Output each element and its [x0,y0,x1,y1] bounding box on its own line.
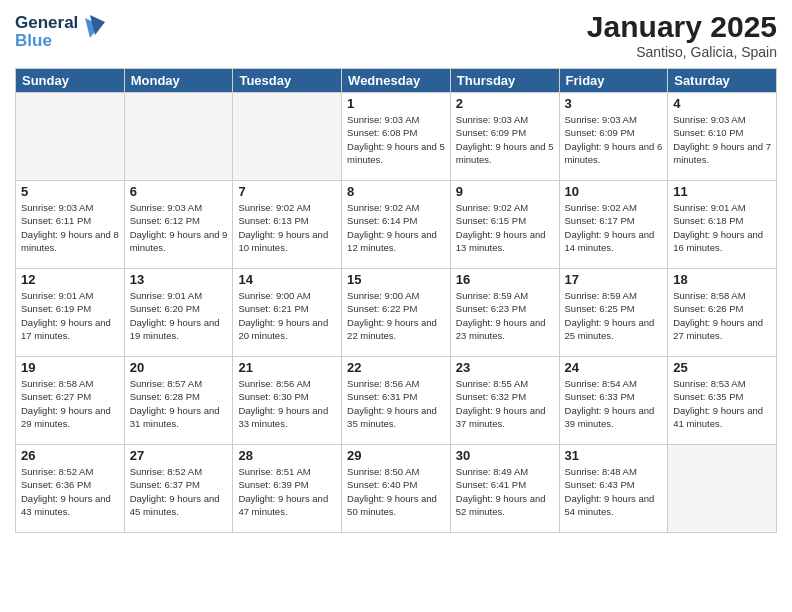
calendar-cell-w3-d4: 15Sunrise: 9:00 AM Sunset: 6:22 PM Dayli… [342,269,451,357]
day-info-14: Sunrise: 9:00 AM Sunset: 6:21 PM Dayligh… [238,289,336,342]
day-number-22: 22 [347,360,445,375]
calendar-cell-w3-d6: 17Sunrise: 8:59 AM Sunset: 6:25 PM Dayli… [559,269,668,357]
day-number-24: 24 [565,360,663,375]
day-number-20: 20 [130,360,228,375]
calendar-cell-w5-d5: 30Sunrise: 8:49 AM Sunset: 6:41 PM Dayli… [450,445,559,533]
calendar-cell-w4-d4: 22Sunrise: 8:56 AM Sunset: 6:31 PM Dayli… [342,357,451,445]
calendar-cell-w5-d6: 31Sunrise: 8:48 AM Sunset: 6:43 PM Dayli… [559,445,668,533]
day-number-3: 3 [565,96,663,111]
day-info-11: Sunrise: 9:01 AM Sunset: 6:18 PM Dayligh… [673,201,771,254]
calendar-cell-w2-d6: 10Sunrise: 9:02 AM Sunset: 6:17 PM Dayli… [559,181,668,269]
day-number-15: 15 [347,272,445,287]
day-info-28: Sunrise: 8:51 AM Sunset: 6:39 PM Dayligh… [238,465,336,518]
calendar-cell-w3-d1: 12Sunrise: 9:01 AM Sunset: 6:19 PM Dayli… [16,269,125,357]
calendar-cell-w3-d5: 16Sunrise: 8:59 AM Sunset: 6:23 PM Dayli… [450,269,559,357]
day-number-17: 17 [565,272,663,287]
day-info-27: Sunrise: 8:52 AM Sunset: 6:37 PM Dayligh… [130,465,228,518]
week-row-5: 26Sunrise: 8:52 AM Sunset: 6:36 PM Dayli… [16,445,777,533]
day-number-14: 14 [238,272,336,287]
header-thursday: Thursday [450,69,559,93]
calendar-cell-w1-d3 [233,93,342,181]
day-number-7: 7 [238,184,336,199]
day-number-29: 29 [347,448,445,463]
week-row-1: 1Sunrise: 9:03 AM Sunset: 6:08 PM Daylig… [16,93,777,181]
calendar-cell-w5-d7 [668,445,777,533]
week-row-4: 19Sunrise: 8:58 AM Sunset: 6:27 PM Dayli… [16,357,777,445]
day-number-23: 23 [456,360,554,375]
calendar-header-row: Sunday Monday Tuesday Wednesday Thursday… [16,69,777,93]
calendar-cell-w5-d1: 26Sunrise: 8:52 AM Sunset: 6:36 PM Dayli… [16,445,125,533]
day-info-13: Sunrise: 9:01 AM Sunset: 6:20 PM Dayligh… [130,289,228,342]
logo: General Blue [15,10,120,56]
calendar-table: Sunday Monday Tuesday Wednesday Thursday… [15,68,777,533]
day-info-3: Sunrise: 9:03 AM Sunset: 6:09 PM Dayligh… [565,113,663,166]
day-info-23: Sunrise: 8:55 AM Sunset: 6:32 PM Dayligh… [456,377,554,430]
day-info-31: Sunrise: 8:48 AM Sunset: 6:43 PM Dayligh… [565,465,663,518]
day-number-18: 18 [673,272,771,287]
day-number-4: 4 [673,96,771,111]
header-wednesday: Wednesday [342,69,451,93]
calendar-cell-w4-d3: 21Sunrise: 8:56 AM Sunset: 6:30 PM Dayli… [233,357,342,445]
header: General Blue January 2025 Santiso, Galic… [15,10,777,60]
title-block: January 2025 Santiso, Galicia, Spain [587,10,777,60]
calendar-cell-w5-d4: 29Sunrise: 8:50 AM Sunset: 6:40 PM Dayli… [342,445,451,533]
day-info-21: Sunrise: 8:56 AM Sunset: 6:30 PM Dayligh… [238,377,336,430]
header-saturday: Saturday [668,69,777,93]
calendar-cell-w3-d2: 13Sunrise: 9:01 AM Sunset: 6:20 PM Dayli… [124,269,233,357]
day-info-19: Sunrise: 8:58 AM Sunset: 6:27 PM Dayligh… [21,377,119,430]
day-number-2: 2 [456,96,554,111]
header-friday: Friday [559,69,668,93]
main-title: January 2025 [587,10,777,44]
calendar-cell-w4-d2: 20Sunrise: 8:57 AM Sunset: 6:28 PM Dayli… [124,357,233,445]
day-info-4: Sunrise: 9:03 AM Sunset: 6:10 PM Dayligh… [673,113,771,166]
logo-icon: General Blue [15,10,120,52]
calendar-cell-w4-d5: 23Sunrise: 8:55 AM Sunset: 6:32 PM Dayli… [450,357,559,445]
day-number-12: 12 [21,272,119,287]
day-number-31: 31 [565,448,663,463]
day-info-25: Sunrise: 8:53 AM Sunset: 6:35 PM Dayligh… [673,377,771,430]
day-info-12: Sunrise: 9:01 AM Sunset: 6:19 PM Dayligh… [21,289,119,342]
day-info-6: Sunrise: 9:03 AM Sunset: 6:12 PM Dayligh… [130,201,228,254]
day-number-10: 10 [565,184,663,199]
day-info-9: Sunrise: 9:02 AM Sunset: 6:15 PM Dayligh… [456,201,554,254]
day-number-16: 16 [456,272,554,287]
day-number-19: 19 [21,360,119,375]
calendar-cell-w2-d1: 5Sunrise: 9:03 AM Sunset: 6:11 PM Daylig… [16,181,125,269]
day-info-26: Sunrise: 8:52 AM Sunset: 6:36 PM Dayligh… [21,465,119,518]
header-tuesday: Tuesday [233,69,342,93]
day-info-5: Sunrise: 9:03 AM Sunset: 6:11 PM Dayligh… [21,201,119,254]
calendar-cell-w1-d4: 1Sunrise: 9:03 AM Sunset: 6:08 PM Daylig… [342,93,451,181]
header-sunday: Sunday [16,69,125,93]
day-number-9: 9 [456,184,554,199]
day-info-24: Sunrise: 8:54 AM Sunset: 6:33 PM Dayligh… [565,377,663,430]
day-info-29: Sunrise: 8:50 AM Sunset: 6:40 PM Dayligh… [347,465,445,518]
subtitle: Santiso, Galicia, Spain [587,44,777,60]
calendar-cell-w1-d2 [124,93,233,181]
day-number-26: 26 [21,448,119,463]
calendar-cell-w1-d7: 4Sunrise: 9:03 AM Sunset: 6:10 PM Daylig… [668,93,777,181]
day-number-5: 5 [21,184,119,199]
calendar-cell-w4-d7: 25Sunrise: 8:53 AM Sunset: 6:35 PM Dayli… [668,357,777,445]
day-number-30: 30 [456,448,554,463]
header-monday: Monday [124,69,233,93]
day-number-1: 1 [347,96,445,111]
day-info-17: Sunrise: 8:59 AM Sunset: 6:25 PM Dayligh… [565,289,663,342]
day-info-1: Sunrise: 9:03 AM Sunset: 6:08 PM Dayligh… [347,113,445,166]
calendar-cell-w4-d6: 24Sunrise: 8:54 AM Sunset: 6:33 PM Dayli… [559,357,668,445]
day-number-6: 6 [130,184,228,199]
day-info-10: Sunrise: 9:02 AM Sunset: 6:17 PM Dayligh… [565,201,663,254]
svg-text:Blue: Blue [15,31,52,50]
page: General Blue January 2025 Santiso, Galic… [0,0,792,612]
day-info-22: Sunrise: 8:56 AM Sunset: 6:31 PM Dayligh… [347,377,445,430]
day-number-11: 11 [673,184,771,199]
day-number-27: 27 [130,448,228,463]
calendar-cell-w3-d3: 14Sunrise: 9:00 AM Sunset: 6:21 PM Dayli… [233,269,342,357]
week-row-2: 5Sunrise: 9:03 AM Sunset: 6:11 PM Daylig… [16,181,777,269]
calendar-cell-w5-d2: 27Sunrise: 8:52 AM Sunset: 6:37 PM Dayli… [124,445,233,533]
day-number-13: 13 [130,272,228,287]
day-number-28: 28 [238,448,336,463]
day-info-20: Sunrise: 8:57 AM Sunset: 6:28 PM Dayligh… [130,377,228,430]
calendar-cell-w4-d1: 19Sunrise: 8:58 AM Sunset: 6:27 PM Dayli… [16,357,125,445]
calendar-cell-w1-d1 [16,93,125,181]
svg-text:General: General [15,13,78,32]
